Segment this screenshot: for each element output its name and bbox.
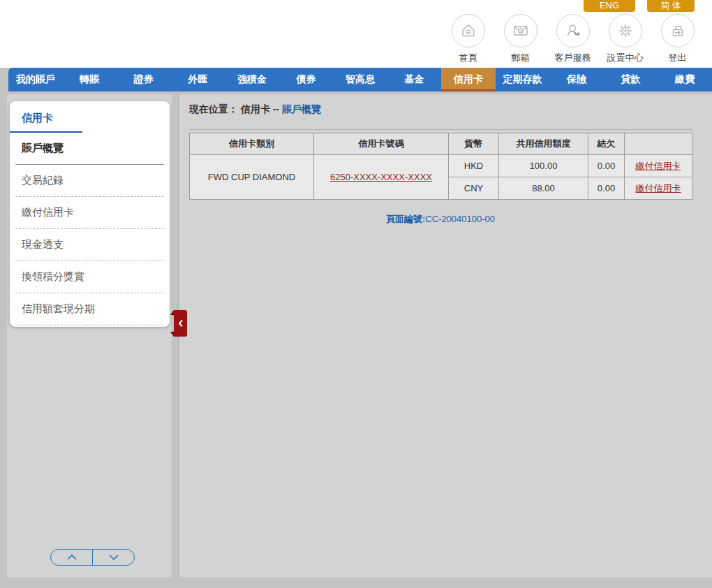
- header-card-type: 信用卡類別: [190, 133, 314, 155]
- nav-item-credit-card[interactable]: 信用卡: [441, 68, 496, 91]
- card-number-link[interactable]: 6250-XXXX-XXXX-XXXX: [330, 172, 432, 182]
- action-cell: 繳付信用卡: [625, 155, 692, 177]
- sidebar-collapse-button[interactable]: [174, 310, 187, 337]
- header-currency: 貨幣: [449, 133, 499, 155]
- logout-button[interactable]: 登出: [651, 14, 704, 64]
- chevron-left-icon: [178, 319, 184, 328]
- table-header-row: 信用卡類別 信用卡號碼 貨幣 共用信用額度 結欠: [190, 133, 692, 155]
- page: ENG 简 体 首頁: [0, 0, 712, 588]
- balance-cell: 0.00: [588, 155, 625, 177]
- breadcrumb-divider: [189, 129, 692, 130]
- nav-item-insurance[interactable]: 保險: [549, 68, 604, 91]
- home-button[interactable]: 首頁: [442, 14, 494, 64]
- sidebar-menu: 信用卡 賬戶概覽 交易紀錄 繳付信用卡 現金透支 換領積分獎賞 信用額套現分期: [10, 101, 170, 327]
- scroll-up-button[interactable]: [51, 550, 93, 565]
- page-code-value: CC-20040100-00: [425, 214, 495, 224]
- nav-item-mpf[interactable]: 強積金: [225, 68, 279, 91]
- nav-item-loans[interactable]: 貸款: [604, 68, 658, 91]
- pay-credit-card-link[interactable]: 繳付信用卡: [636, 183, 681, 193]
- sidebar-item-transaction-history[interactable]: 交易紀錄: [15, 165, 164, 197]
- breadcrumb-separator: --: [273, 103, 279, 115]
- currency-cell: CNY: [449, 177, 499, 200]
- mailbox-label: 郵箱: [512, 52, 530, 64]
- home-icon: [452, 14, 485, 47]
- breadcrumb: 現在位置： 信用卡 -- 賬戶概覽: [189, 103, 321, 116]
- language-button-english[interactable]: ENG: [584, 0, 635, 12]
- sidebar-item-redeem-rewards[interactable]: 換領積分獎賞: [15, 261, 164, 293]
- chevron-up-icon: [67, 554, 77, 560]
- logout-icon: [661, 14, 695, 47]
- nav-item-securities[interactable]: 證券: [117, 68, 171, 91]
- nav-item-funds[interactable]: 基金: [387, 68, 442, 91]
- table-row: FWD CUP DIAMOND 6250-XXXX-XXXX-XXXX HKD …: [190, 155, 692, 177]
- header-credit-limit: 共用信用額度: [499, 133, 588, 155]
- main-panel: 現在位置： 信用卡 -- 賬戶概覽 信用卡類別 信用卡號碼 貨幣 共用信用額度 …: [178, 94, 712, 578]
- chevron-down-icon: [109, 554, 119, 560]
- customer-service-label: 客戶服務: [555, 52, 591, 64]
- pay-credit-card-link[interactable]: 繳付信用卡: [636, 161, 681, 171]
- header-card-number: 信用卡號碼: [314, 133, 449, 155]
- credit-limit-cell: 100.00: [499, 155, 588, 177]
- card-type-cell: FWD CUP DIAMOND: [190, 155, 314, 200]
- credit-card-table: 信用卡類別 信用卡號碼 貨幣 共用信用額度 結欠 FWD CUP DIAMOND…: [189, 133, 692, 200]
- sidebar-item-credit-limit-instalment[interactable]: 信用額套現分期: [15, 293, 164, 325]
- header-action: [625, 133, 692, 155]
- balance-cell: 0.00: [588, 177, 625, 200]
- top-bar: ENG 简 体 首頁: [0, 0, 712, 68]
- customer-service-icon: [556, 14, 590, 47]
- svg-text:e: e: [519, 29, 521, 33]
- credit-limit-cell: 88.00: [499, 177, 588, 200]
- sidebar-item-account-overview[interactable]: 賬戶概覽: [15, 133, 164, 165]
- mailbox-icon: e: [504, 14, 537, 47]
- language-button-simplified-chinese[interactable]: 简 体: [647, 0, 695, 12]
- action-cell: 繳付信用卡: [625, 177, 692, 200]
- logout-label: 登出: [669, 52, 687, 64]
- nav-item-time-deposit[interactable]: 定期存款: [496, 68, 550, 91]
- nav-item-bonds[interactable]: 債券: [279, 68, 334, 91]
- page-code-label: 頁面編號:: [386, 214, 425, 224]
- nav-item-bill-payment[interactable]: 繳費: [658, 68, 712, 91]
- customer-service-button[interactable]: 客戶服務: [547, 14, 599, 64]
- currency-cell: HKD: [449, 155, 499, 177]
- page-code: 頁面編號:CC-20040100-00: [189, 213, 692, 226]
- settings-icon: [609, 14, 642, 47]
- settings-button[interactable]: 設置中心: [599, 14, 651, 64]
- home-label: 首頁: [459, 52, 477, 64]
- settings-label: 設置中心: [607, 52, 644, 64]
- breadcrumb-prefix: 現在位置：: [189, 103, 238, 115]
- sidebar-title: 信用卡: [10, 101, 170, 131]
- nav-item-my-accounts[interactable]: 我的賬戶: [8, 68, 63, 91]
- nav-item-transfer[interactable]: 轉賬: [63, 68, 117, 91]
- scroll-down-button[interactable]: [93, 550, 134, 565]
- breadcrumb-section: 信用卡: [241, 103, 270, 115]
- sidebar-item-pay-credit-card[interactable]: 繳付信用卡: [15, 197, 164, 229]
- sidebar-item-cash-advance[interactable]: 現金透支: [15, 229, 164, 261]
- main-nav: 我的賬戶 轉賬 證券 外匯 強積金 債券 智高息 基金 信用卡 定期存款 保險 …: [8, 68, 712, 91]
- mailbox-button[interactable]: e 郵箱: [494, 14, 547, 64]
- header-balance: 結欠: [588, 133, 625, 155]
- card-number-cell: 6250-XXXX-XXXX-XXXX: [314, 155, 449, 200]
- breadcrumb-current: 賬戶概覽: [282, 103, 321, 115]
- sidebar-pager: [50, 549, 135, 566]
- header-icon-menu: 首頁 e 郵箱: [442, 14, 704, 64]
- nav-item-smart-interest[interactable]: 智高息: [333, 68, 387, 91]
- nav-item-forex[interactable]: 外匯: [171, 68, 225, 91]
